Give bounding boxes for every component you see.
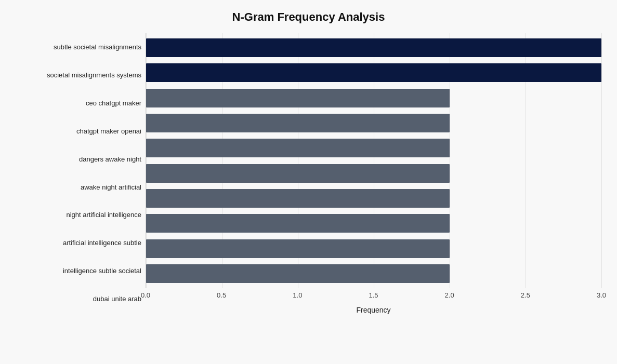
- bar: [146, 139, 450, 157]
- bars-wrapper: [146, 33, 601, 288]
- y-label: artificial intelligence subtle: [63, 230, 141, 257]
- bar-row: [146, 137, 601, 159]
- bar-row: [146, 237, 601, 260]
- chart-container: N-Gram Frequency Analysis subtle societa…: [0, 0, 617, 364]
- y-label: dangers awake night: [79, 146, 141, 173]
- bar: [146, 264, 450, 283]
- bar: [146, 114, 450, 132]
- y-label: societal misalignments systems: [47, 62, 141, 89]
- chart-area: subtle societal misalignmentssocietal mi…: [16, 33, 601, 314]
- bar-row: [146, 187, 601, 210]
- x-tick: 0.5: [217, 291, 226, 299]
- x-tick: 3.0: [597, 291, 606, 299]
- bar-row: [146, 61, 601, 84]
- y-label: intelligence subtle societal: [63, 258, 141, 285]
- bar: [146, 89, 450, 107]
- y-label: chatgpt maker openai: [76, 118, 141, 145]
- y-label: night artificial intelligence: [66, 201, 141, 228]
- x-tick: 2.0: [445, 291, 454, 299]
- bar-row: [146, 162, 601, 185]
- grid-line: [601, 33, 602, 288]
- y-label: ceo chatgpt maker: [86, 90, 141, 117]
- bar: [146, 214, 450, 233]
- bar: [146, 239, 450, 258]
- chart-title: N-Gram Frequency Analysis: [16, 10, 601, 24]
- bars-inner: [146, 33, 601, 288]
- bar-row: [146, 112, 601, 134]
- x-tick: 1.0: [293, 291, 302, 299]
- bar: [146, 164, 450, 183]
- bar: [146, 38, 601, 57]
- bar-row: [146, 262, 601, 285]
- x-axis: 0.00.51.01.52.02.53.0 Frequency: [146, 288, 601, 314]
- bar: [146, 189, 450, 208]
- bar-row: [146, 87, 601, 110]
- x-axis-label: Frequency: [146, 306, 601, 314]
- bar: [146, 63, 601, 82]
- y-label: subtle societal misalignments: [54, 34, 141, 61]
- bar-row: [146, 212, 601, 235]
- y-labels: subtle societal misalignmentssocietal mi…: [16, 33, 146, 314]
- x-tick: 1.5: [369, 291, 378, 299]
- x-tick: 0.0: [141, 291, 150, 299]
- y-label: dubai unite arab: [93, 286, 141, 313]
- bar-row: [146, 36, 601, 59]
- y-label: awake night artificial: [81, 173, 141, 200]
- x-tick: 2.5: [521, 291, 530, 299]
- bars-and-xaxis: 0.00.51.01.52.02.53.0 Frequency: [146, 33, 601, 314]
